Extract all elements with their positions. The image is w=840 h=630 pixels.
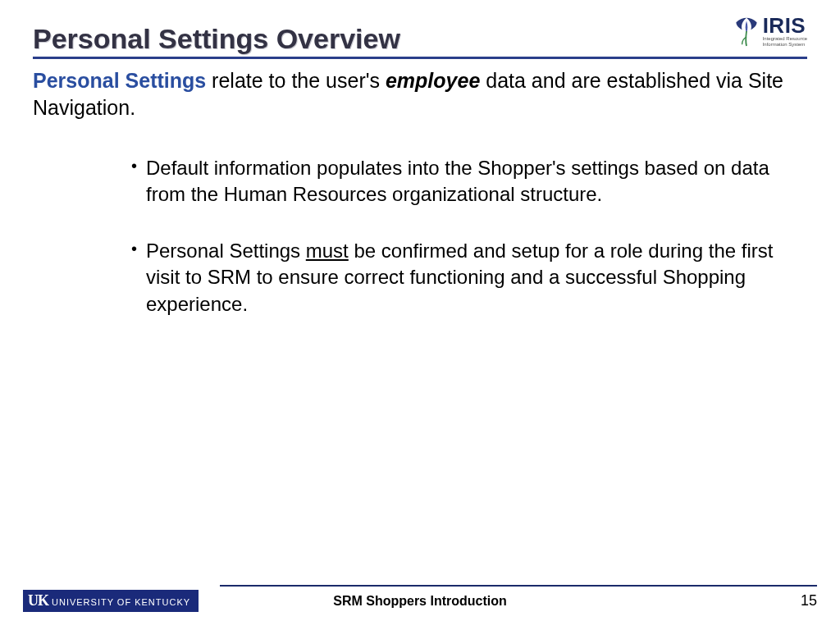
- iris-logo-name: IRIS: [763, 15, 807, 36]
- footer-doc-title: SRM Shoppers Introduction: [333, 594, 507, 609]
- uk-org-name: UNIVERSITY OF KENTUCKY: [52, 597, 190, 607]
- iris-flower-icon: [732, 15, 761, 48]
- iris-logo-sub2: Information System: [763, 42, 807, 48]
- intro-lead: Personal Settings: [33, 69, 206, 92]
- uk-logo-badge: UK UNIVERSITY OF KENTUCKY: [23, 590, 199, 612]
- intro-text-1: relate to the user's: [206, 69, 386, 92]
- iris-logo-text: IRIS Integrated Resource Information Sys…: [763, 15, 807, 47]
- bullet-list: Default information populates into the S…: [131, 155, 804, 317]
- intro-emphasis: employee: [386, 69, 480, 92]
- page-title: Personal Settings Overview: [33, 23, 400, 55]
- list-item: Default information populates into the S…: [131, 155, 804, 208]
- bullet-underline: must: [306, 240, 349, 262]
- slide-header: Personal Settings Overview IRIS Integrat…: [33, 23, 807, 59]
- iris-logo-sub1: Integrated Resource: [763, 36, 807, 42]
- slide: Personal Settings Overview IRIS Integrat…: [0, 0, 840, 630]
- slide-footer: UK UNIVERSITY OF KENTUCKY SRM Shoppers I…: [0, 585, 840, 612]
- uk-monogram: UK: [28, 592, 48, 609]
- bullet-text-pre: Personal Settings: [146, 240, 306, 262]
- footer-row: UK UNIVERSITY OF KENTUCKY SRM Shoppers I…: [23, 590, 817, 612]
- iris-logo: IRIS Integrated Resource Information Sys…: [732, 15, 807, 48]
- footer-divider: [220, 585, 817, 587]
- bullet-text: Default information populates into the S…: [146, 157, 769, 205]
- page-number: 15: [801, 592, 817, 609]
- intro-paragraph: Personal Settings relate to the user's e…: [33, 67, 788, 121]
- list-item: Personal Settings must be confirmed and …: [131, 238, 804, 317]
